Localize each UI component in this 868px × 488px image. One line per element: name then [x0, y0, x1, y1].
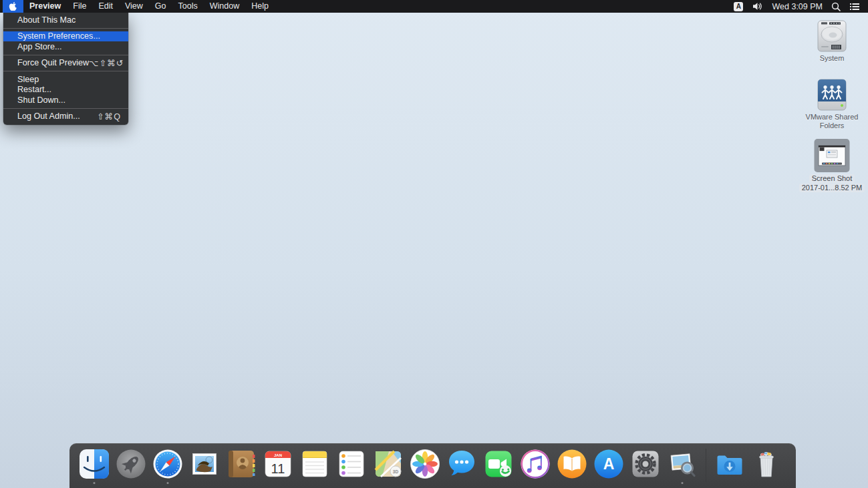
menu-separator: [3, 108, 128, 109]
desktop[interactable]: { "colors": { "menu_highlight": "#1e62d8…: [0, 0, 868, 488]
app-store-letter: A: [603, 455, 615, 473]
dock-photos-icon[interactable]: [410, 449, 440, 479]
apple-menu-dropdown: About This MacSystem Preferences...App S…: [3, 13, 128, 125]
apple-menu-item-restart[interactable]: Restart...: [3, 85, 128, 95]
dock-reminders-icon[interactable]: [336, 449, 367, 479]
dock-messages-icon[interactable]: [446, 449, 477, 479]
dock-preview-icon[interactable]: [667, 449, 698, 479]
menu-item-label: System Preferences...: [17, 31, 100, 41]
dock-ibooks-icon[interactable]: [557, 449, 587, 479]
dock-separator: [706, 449, 706, 482]
menubar-menu-edit[interactable]: Edit: [92, 0, 119, 13]
desktop-icon-label: Screen Shot: [809, 174, 855, 183]
maps-3d-badge: 3D: [393, 469, 399, 474]
notification-center-icon[interactable]: [849, 3, 860, 11]
dock-mail-icon[interactable]: [189, 449, 220, 479]
menu-item-shortcut: ⇧⌘Q: [97, 111, 121, 121]
apple-menu-item-sleep[interactable]: Sleep: [3, 74, 128, 85]
dock-system-preferences-icon[interactable]: [630, 449, 661, 479]
apple-logo-icon: [9, 1, 17, 11]
menu-item-label: Log Out Admin...: [17, 111, 80, 121]
apple-menu-item-force-quit-preview[interactable]: Force Quit Preview⌥⇧⌘↺: [3, 58, 128, 69]
apple-menu-item-app-store[interactable]: App Store...: [3, 41, 128, 52]
running-indicator-dot: [167, 482, 169, 484]
menu-bar: PreviewFileEditViewGoToolsWindowHelp A W…: [0, 0, 868, 13]
dock-trash-icon[interactable]: [751, 449, 782, 479]
internal-drive-icon: [815, 19, 849, 53]
running-indicator-dot: [94, 482, 96, 484]
dock-facetime-icon[interactable]: [483, 449, 514, 479]
dock-maps-icon[interactable]: 3D: [373, 449, 404, 479]
menubar-menu-help[interactable]: Help: [245, 0, 275, 13]
desktop-icon-label: System: [820, 54, 845, 63]
dock-finder-icon[interactable]: [79, 449, 110, 479]
spotlight-search-icon[interactable]: [831, 2, 841, 11]
input-source-icon[interactable]: A: [734, 2, 743, 11]
menubar-status-area: A Wed 3:09 PM: [734, 2, 860, 11]
dock-downloads-folder-icon[interactable]: [714, 449, 745, 479]
menu-item-label: Sleep: [17, 75, 39, 84]
menu-separator: [3, 71, 128, 71]
dock-notes-icon[interactable]: [299, 449, 330, 479]
apple-menu-item-about-this-mac[interactable]: About This Mac: [3, 15, 128, 25]
menubar-clock[interactable]: Wed 3:09 PM: [772, 2, 823, 11]
menubar-app-menus: PreviewFileEditViewGoToolsWindowHelp: [23, 0, 275, 13]
dock: JAN 11: [69, 443, 796, 488]
menu-item-label: About This Mac: [17, 15, 76, 25]
menu-item-label: Shut Down...: [17, 95, 65, 105]
screenshot-thumbnail-icon: [813, 138, 851, 174]
menubar-menu-go[interactable]: Go: [149, 0, 172, 13]
dock-contacts-icon[interactable]: [226, 449, 257, 479]
calendar-month-text: JAN: [274, 453, 282, 457]
menu-item-label: Restart...: [17, 85, 51, 94]
dock-itunes-icon[interactable]: [520, 449, 551, 479]
apple-menu-item-log-out-admin[interactable]: Log Out Admin...⇧⌘Q: [3, 111, 128, 122]
dock-app-store-icon[interactable]: A: [593, 449, 624, 479]
menubar-menu-file[interactable]: File: [67, 0, 92, 13]
menubar-menu-window[interactable]: Window: [204, 0, 245, 13]
menu-separator: [3, 55, 128, 55]
desktop-icon-system[interactable]: System: [796, 19, 868, 63]
menu-separator: [3, 28, 128, 29]
calendar-day-text: 11: [271, 461, 285, 476]
menu-item-label: Force Quit Preview: [17, 58, 89, 67]
desktop-icon-label: 2017-01...8.52 PM: [799, 184, 865, 192]
running-indicator-dot: [682, 482, 684, 484]
menu-item-shortcut: ⌥⇧⌘↺: [89, 58, 124, 68]
menubar-menu-tools[interactable]: Tools: [172, 0, 204, 13]
menu-item-label: App Store...: [17, 42, 62, 51]
desktop-icon-vmware-shared-folders[interactable]: VMware Shared Folders: [796, 78, 868, 130]
dock-launchpad-icon[interactable]: [116, 449, 146, 479]
menubar-menu-view[interactable]: View: [119, 0, 149, 13]
apple-menu-button[interactable]: [3, 0, 23, 13]
desktop-icon-label: Folders: [820, 121, 845, 130]
apple-menu-item-system-preferences[interactable]: System Preferences...: [3, 31, 128, 42]
network-drive-icon: [815, 78, 849, 111]
apple-menu-item-shut-down[interactable]: Shut Down...: [3, 95, 128, 105]
volume-icon[interactable]: [752, 2, 763, 11]
desktop-icon-column: System VMware Shared Folders: [796, 0, 868, 192]
dock-calendar-icon[interactable]: JAN 11: [263, 449, 293, 479]
desktop-icon-label: VMware Shared: [806, 113, 859, 121]
dock-safari-icon[interactable]: [152, 449, 183, 479]
desktop-icon-screen-shot[interactable]: Screen Shot 2017-01...8.52 PM: [796, 138, 868, 192]
menubar-menu-preview[interactable]: Preview: [23, 0, 67, 13]
